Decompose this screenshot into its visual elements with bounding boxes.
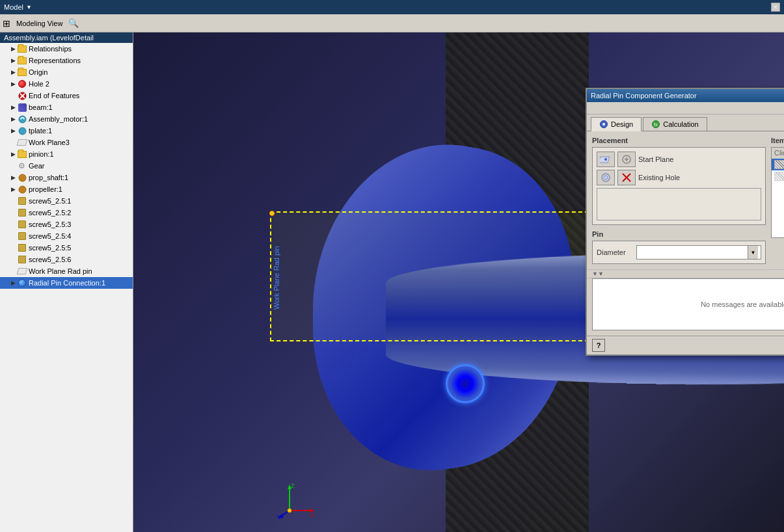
filter-icon[interactable]: ⊞	[3, 18, 10, 29]
svg-text:Z: Z	[291, 483, 295, 489]
sidebar-item-label: beam:1	[29, 103, 53, 111]
items-row-existing[interactable]: Existing... 7,000 mm	[772, 170, 784, 182]
tab-calculation[interactable]: fx Calculation	[643, 117, 707, 131]
red-circle-icon	[17, 79, 27, 89]
sidebar-item-beam[interactable]: ▶ beam:1	[0, 101, 133, 113]
model-dropdown-icon[interactable]: ▼	[26, 4, 32, 10]
screw-icon	[17, 231, 27, 241]
tab-design-label: Design	[611, 120, 633, 128]
sidebar-item-label: screw5_2.5:6	[29, 256, 71, 263]
sidebar-item-screw5[interactable]: screw5_2.5:5	[0, 242, 133, 254]
expand-icon[interactable]: ▶	[9, 150, 17, 158]
sidebar-item-end-features[interactable]: End of Features	[0, 90, 133, 101]
existing-hole-extra-btn[interactable]	[617, 170, 636, 185]
folder-orange-icon	[17, 149, 27, 159]
diameter-input[interactable]: ▼	[636, 245, 761, 259]
close-button[interactable]: ×	[771, 3, 780, 12]
sidebar-item-label: End of Features	[29, 92, 79, 100]
sidebar-item-label: Assembly_motor:1	[29, 115, 88, 123]
sidebar-item-relationships[interactable]: ▶ Relationships	[0, 43, 133, 55]
help-button[interactable]: ?	[592, 339, 605, 352]
sidebar-item-label: Origin	[29, 68, 47, 76]
items-row-selected[interactable]: Selected Hole	[772, 159, 784, 170]
diameter-dropdown-btn[interactable]: ▼	[748, 246, 758, 259]
sidebar-item-propeller[interactable]: ▶ propeller:1	[0, 183, 133, 195]
radial-pin-dialog: Radial Pin Component Generator 📌 × fx	[586, 88, 784, 356]
expand-icon[interactable]: ▶	[9, 127, 17, 135]
start-plane-select-btn[interactable]	[597, 152, 615, 167]
expand-icon[interactable]	[9, 92, 17, 100]
expand-icon[interactable]: ▶	[9, 174, 17, 181]
sidebar-item-representations[interactable]: ▶ Representations	[0, 55, 133, 66]
sidebar-item-screw2[interactable]: screw5_2.5:2	[0, 207, 133, 219]
messages-text: No messages are available.	[701, 300, 784, 308]
svg-text:Y: Y	[277, 514, 280, 520]
folder-icon	[17, 44, 27, 54]
sidebar-item-screw1[interactable]: screw5_2.5:1	[0, 195, 133, 207]
expand-icon[interactable]: ▶	[9, 57, 17, 64]
dialog-tabs: Design fx Calculation	[587, 114, 784, 131]
sidebar-item-hole2[interactable]: ▶ Hole 2	[0, 78, 133, 90]
tab-calculation-label: Calculation	[663, 120, 698, 128]
expand-icon[interactable]: ▶	[9, 279, 17, 287]
modeling-view-btn[interactable]: Modeling View	[13, 18, 66, 29]
expand-icon[interactable]	[9, 209, 17, 217]
existing-hole-select-btn[interactable]	[597, 170, 615, 185]
sidebar-item-gear[interactable]: ⚙ Gear	[0, 160, 133, 172]
expand-icon[interactable]	[9, 139, 17, 146]
expand-icon[interactable]	[9, 197, 17, 205]
tree-header: Assembly.iam (LevelofDetail	[0, 33, 133, 43]
tplate-icon	[17, 126, 27, 136]
expand-icon[interactable]	[9, 162, 17, 170]
start-plane-extra-btn[interactable]	[617, 152, 636, 167]
viewport[interactable]: Work Plane Rad pin Z X Y	[133, 33, 784, 532]
sidebar-item-origin[interactable]: ▶ Origin	[0, 66, 133, 78]
sidebar-item-screw3[interactable]: screw5_2.5:3	[0, 219, 133, 230]
expand-icon[interactable]: ▶	[9, 68, 17, 76]
end-features-icon	[17, 90, 27, 101]
svg-text:fx: fx	[654, 122, 658, 127]
sidebar-item-work-plane3[interactable]: Work Plane3	[0, 137, 133, 148]
sidebar-item-label: prop_shaft:1	[29, 174, 68, 181]
gear-icon: ⚙	[17, 161, 27, 171]
expand-icon[interactable]	[9, 256, 17, 263]
sidebar-item-label: screw5_2.5:1	[29, 197, 71, 205]
sidebar-item-screw4[interactable]: screw5_2.5:4	[0, 230, 133, 242]
expand-icon[interactable]	[9, 220, 17, 228]
pin-group: Diameter ▼	[592, 241, 766, 264]
app-container: Model ▼ × ⊞ Modeling View 🔍 Assembly.iam…	[0, 0, 784, 532]
pin-icon	[17, 278, 27, 288]
item-icon-2	[774, 172, 784, 181]
sidebar-item-label: Radial Pin Connection:1	[29, 279, 105, 287]
sidebar-item-work-plane-rad[interactable]: Work Plane Rad pin	[0, 265, 133, 277]
sidebar-item-screw6[interactable]: screw5_2.5:6	[0, 254, 133, 265]
folder-icon	[17, 55, 27, 66]
assembly-icon	[17, 114, 27, 124]
dialog-title: Radial Pin Component Generator	[591, 92, 697, 100]
sidebar-item-label: Work Plane Rad pin	[29, 267, 92, 275]
collapse-left-btn[interactable]: ▼▼	[592, 271, 604, 277]
dialog-bottom-bar: ? OK Cancel	[587, 336, 784, 354]
messages-area: No messages are available.	[592, 278, 784, 330]
expand-icon[interactable]: ▶	[9, 80, 17, 88]
svg-point-16	[288, 509, 291, 512]
sidebar-item-tplate[interactable]: ▶ tplate:1	[0, 125, 133, 137]
svg-point-6	[19, 186, 26, 193]
sidebar-item-radial-pin[interactable]: ▶ Radial Pin Connection:1	[0, 277, 133, 289]
sidebar-item-pinion[interactable]: ▶ pinion:1	[0, 148, 133, 160]
start-plane-row: Start Plane	[597, 152, 761, 167]
expand-icon[interactable]: ▶	[9, 185, 17, 193]
tab-design[interactable]: Design	[591, 117, 642, 131]
sidebar-item-prop-shaft[interactable]: ▶ prop_shaft:1	[0, 172, 133, 183]
diameter-label: Diameter	[597, 248, 632, 256]
expand-icon[interactable]	[9, 232, 17, 240]
expand-icon[interactable]	[9, 244, 17, 252]
expand-icon[interactable]: ▶	[9, 103, 17, 111]
expand-icon[interactable]	[9, 267, 17, 275]
sidebar-item-assembly-motor[interactable]: ▶ Assembly_motor:1	[0, 113, 133, 125]
shaft-hole	[446, 364, 485, 403]
search-icon[interactable]: 🔍	[68, 18, 79, 28]
expand-icon[interactable]: ▶	[9, 45, 17, 53]
placement-extra-area	[597, 188, 761, 220]
expand-icon[interactable]: ▶	[9, 115, 17, 123]
